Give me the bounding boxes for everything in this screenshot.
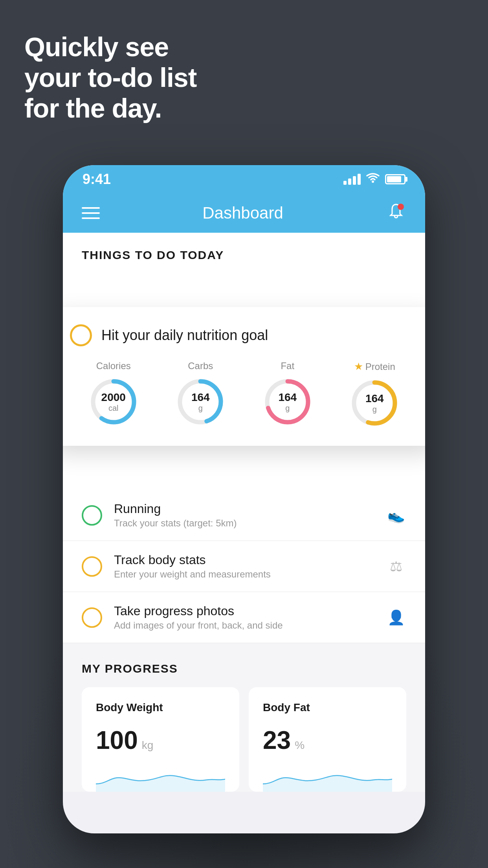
phone-frame: 9:41 bbox=[63, 165, 425, 833]
todo-subtitle: Enter your weight and measurements bbox=[114, 569, 374, 580]
progress-card[interactable]: Body Weight 100 kg bbox=[82, 687, 239, 792]
nutrition-label: Calories bbox=[96, 360, 131, 371]
hero-line2: your to-do list bbox=[24, 62, 196, 93]
donut-value-text: 164 g bbox=[191, 392, 210, 412]
todo-circle bbox=[82, 556, 102, 577]
donut-chart: 2000 cal bbox=[88, 376, 139, 427]
nutrition-item: ★Protein 164 g bbox=[349, 360, 400, 428]
signal-icon bbox=[343, 174, 361, 185]
donut-chart: 164 g bbox=[349, 377, 400, 428]
progress-card[interactable]: Body Fat 23 % bbox=[249, 687, 406, 792]
todo-text: Track body stats Enter your weight and m… bbox=[114, 553, 374, 580]
todo-text: Running Track your stats (target: 5km) bbox=[114, 502, 374, 529]
todo-circle bbox=[82, 607, 102, 628]
todo-item[interactable]: Running Track your stats (target: 5km) 👟 bbox=[63, 490, 425, 541]
wifi-icon bbox=[366, 173, 380, 186]
status-bar: 9:41 bbox=[63, 165, 425, 193]
nutrition-item: Calories 2000 cal bbox=[88, 360, 139, 427]
todo-item[interactable]: Take progress photos Add images of your … bbox=[63, 592, 425, 643]
status-time: 9:41 bbox=[83, 171, 111, 188]
todo-action-icon: ⚖ bbox=[386, 556, 406, 577]
todo-title: Track body stats bbox=[114, 553, 374, 567]
svg-point-0 bbox=[372, 180, 374, 183]
hamburger-menu[interactable] bbox=[82, 207, 100, 219]
nutrition-label: Fat bbox=[281, 360, 294, 371]
todo-list: Running Track your stats (target: 5km) 👟… bbox=[63, 490, 425, 643]
nutrition-circle-check bbox=[70, 324, 92, 346]
nutrition-item: Fat 164 g bbox=[262, 360, 313, 427]
hero-line1: Quickly see bbox=[24, 31, 196, 62]
progress-value-row: 100 kg bbox=[96, 726, 225, 755]
progress-unit: % bbox=[295, 739, 305, 752]
nutrition-row: Calories 2000 cal Carbs 164 g Fat bbox=[70, 360, 418, 428]
todo-action-icon: 👤 bbox=[386, 607, 406, 628]
progress-cards: Body Weight 100 kg Body Fat 23 % bbox=[82, 687, 406, 792]
nutrition-popup-card: Hit your daily nutrition goal Calories 2… bbox=[63, 307, 425, 446]
nutrition-label: Carbs bbox=[188, 360, 213, 371]
donut-value-text: 164 g bbox=[365, 393, 384, 414]
todo-text: Take progress photos Add images of your … bbox=[114, 604, 374, 631]
popup-title: Hit your daily nutrition goal bbox=[101, 327, 268, 344]
white-content: THINGS TO DO TODAY Hit your daily nutrit… bbox=[63, 233, 425, 792]
todo-title: Running bbox=[114, 502, 374, 516]
donut-value-text: 164 g bbox=[278, 392, 297, 412]
nav-title: Dashboard bbox=[202, 204, 283, 223]
nav-bar: Dashboard bbox=[63, 193, 425, 233]
todo-item[interactable]: Track body stats Enter your weight and m… bbox=[63, 541, 425, 592]
things-header: THINGS TO DO TODAY bbox=[63, 233, 425, 270]
progress-unit: kg bbox=[142, 739, 154, 752]
progress-card-title: Body Fat bbox=[263, 701, 392, 714]
todo-title: Take progress photos bbox=[114, 604, 374, 618]
nutrition-item: Carbs 164 g bbox=[175, 360, 226, 427]
hero-line3: for the day. bbox=[24, 93, 196, 123]
todo-circle bbox=[82, 505, 102, 526]
progress-value: 23 bbox=[263, 726, 291, 755]
nutrition-label: ★Protein bbox=[354, 360, 395, 373]
todo-action-icon: 👟 bbox=[386, 505, 406, 526]
hero-text: Quickly see your to-do list for the day. bbox=[24, 31, 196, 124]
donut-chart: 164 g bbox=[175, 376, 226, 427]
progress-heading: MY PROGRESS bbox=[82, 662, 406, 675]
svg-point-1 bbox=[398, 204, 404, 210]
progress-card-title: Body Weight bbox=[96, 701, 225, 714]
progress-section: MY PROGRESS Body Weight 100 kg Body Fat … bbox=[63, 643, 425, 792]
donut-value-text: 2000 cal bbox=[101, 392, 126, 412]
progress-value: 100 bbox=[96, 726, 138, 755]
popup-title-row: Hit your daily nutrition goal bbox=[70, 324, 418, 346]
progress-chart bbox=[96, 764, 225, 792]
status-icons bbox=[343, 173, 405, 186]
battery-icon bbox=[385, 174, 405, 184]
bell-button[interactable] bbox=[386, 202, 406, 224]
progress-chart bbox=[263, 764, 392, 792]
donut-chart: 164 g bbox=[262, 376, 313, 427]
progress-value-row: 23 % bbox=[263, 726, 392, 755]
todo-subtitle: Add images of your front, back, and side bbox=[114, 620, 374, 631]
todo-subtitle: Track your stats (target: 5km) bbox=[114, 518, 374, 529]
